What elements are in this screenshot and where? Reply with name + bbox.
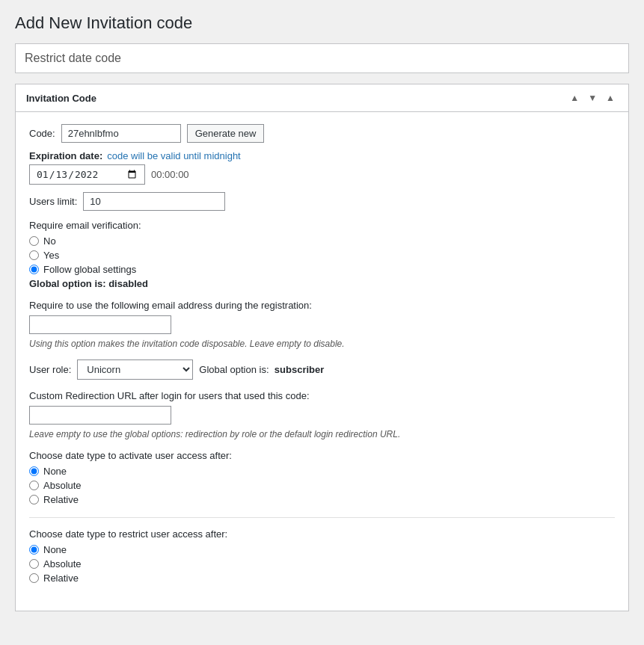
user-role-select[interactable]: Unicorn [77,359,193,380]
radio-no[interactable]: No [29,235,615,247]
activate-none[interactable]: None [29,466,615,477]
redirect-section: Custom Redirection URL after login for u… [29,390,615,425]
radio-no-input[interactable] [29,236,39,246]
expiration-date-input[interactable] [29,164,145,185]
restrict-relative[interactable]: Relative [29,573,615,584]
restrict-none[interactable]: None [29,544,615,555]
activate-relative-label: Relative [43,494,79,505]
restrict-absolute-label: Absolute [43,558,82,570]
require-email-helper: Using this option makes the invitation c… [29,339,615,349]
radio-yes-label: Yes [43,250,59,261]
activate-none-label: None [43,466,67,477]
restrict-absolute-input[interactable] [29,559,39,569]
redirect-url-input[interactable] [29,406,171,425]
expiration-row: Expiration date: code will be valid unti… [29,150,615,185]
card-header-title: Invitation Code [26,93,96,104]
users-limit-label: Users limit: [29,196,77,207]
collapse-down-button[interactable]: ▼ [585,92,600,104]
restrict-absolute[interactable]: Absolute [29,558,615,570]
require-email-label: Require email verification: [29,220,615,231]
radio-follow-label: Follow global settings [43,264,136,275]
expiration-inputs: 00:00:00 [29,164,615,185]
radio-no-label: No [43,235,56,247]
restrict-radio-group: None Absolute Relative [29,544,615,584]
restrict-date-type-section: Choose date type to restrict user access… [29,528,615,584]
users-limit-input[interactable] [83,192,225,211]
global-option-note: Global option is: disabled [29,278,615,289]
restrict-relative-label: Relative [43,573,79,584]
page-title: Add New Invitation code [15,13,629,33]
description-bar: Restrict date code [15,43,629,73]
generate-new-button[interactable]: Generate new [187,124,265,143]
code-input[interactable] [61,124,181,143]
email-verification-radio-group: No Yes Follow global settings [29,235,615,275]
radio-follow-input[interactable] [29,265,39,274]
activate-date-type-section: Choose date type to activate user access… [29,450,615,505]
expiration-time-display: 00:00:00 [151,169,189,180]
require-email-address-section: Require to use the following email addre… [29,300,615,334]
user-role-row: User role: Unicorn Global option is: sub… [29,359,615,380]
require-email-address-label: Require to use the following email addre… [29,300,615,311]
code-row: Code: Generate new [29,124,615,143]
restrict-relative-input[interactable] [29,573,39,583]
card-body: Code: Generate new Expiration date: code… [16,112,628,611]
invitation-code-card: Invitation Code ▲ ▼ ▲ Code: Generate new… [15,84,629,611]
activate-relative-input[interactable] [29,495,39,504]
activate-radio-group: None Absolute Relative [29,466,615,505]
collapse-up-button[interactable]: ▲ [567,92,582,104]
radio-follow-global[interactable]: Follow global settings [29,264,615,275]
activate-date-type-label: Choose date type to activate user access… [29,450,615,461]
redirect-helper: Leave empty to use the global options: r… [29,429,615,439]
required-email-input[interactable] [29,315,171,334]
activate-absolute-label: Absolute [43,480,82,491]
require-email-verification-section: Require email verification: No Yes Follo… [29,220,615,289]
card-header: Invitation Code ▲ ▼ ▲ [16,84,628,112]
activate-relative[interactable]: Relative [29,494,615,505]
radio-yes-input[interactable] [29,250,39,260]
card-header-controls: ▲ ▼ ▲ [567,92,618,104]
collapse-toggle-button[interactable]: ▲ [603,92,618,104]
activate-absolute-input[interactable] [29,481,39,490]
code-label: Code: [29,128,55,139]
expiration-label: Expiration date: [29,150,102,161]
activate-absolute[interactable]: Absolute [29,480,615,491]
restrict-date-type-label: Choose date type to restrict user access… [29,528,615,540]
redirect-label: Custom Redirection URL after login for u… [29,390,615,401]
activate-none-input[interactable] [29,466,39,476]
expiration-note: code will be valid until midnight [107,150,240,161]
user-role-label: User role: [29,364,71,375]
user-role-global-note: Global option is: subscriber [199,364,324,375]
restrict-none-input[interactable] [29,545,39,555]
restrict-none-label: None [43,544,67,555]
users-limit-row: Users limit: [29,192,615,211]
radio-yes[interactable]: Yes [29,250,615,261]
section-divider [29,517,615,518]
expiration-label-row: Expiration date: code will be valid unti… [29,150,615,161]
